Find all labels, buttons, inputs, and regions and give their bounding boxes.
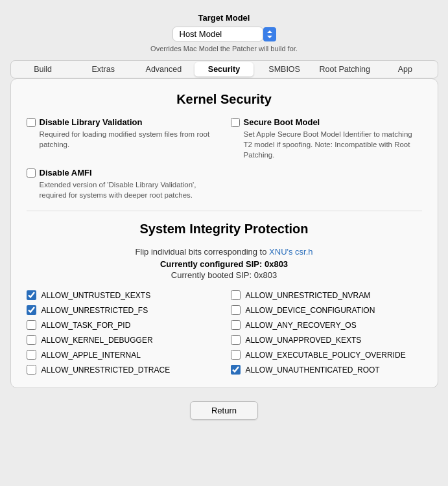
sip-flag-allow-unauthenticated-root: ALLOW_UNAUTHENTICATED_ROOT	[231, 365, 422, 375]
checkbox-allow-executable-policy-override[interactable]	[231, 350, 241, 360]
sip-flip-text: Flip individual bits corresponding to XN…	[135, 247, 312, 257]
tab-extras[interactable]: Extras	[74, 62, 133, 76]
label-allow-untrusted-kexts: ALLOW_UNTRUSTED_KEXTS	[41, 291, 151, 300]
label-allow-any-recovery-os: ALLOW_ANY_RECOVERY_OS	[246, 321, 357, 330]
checkbox-allow-unrestricted-fs[interactable]	[27, 305, 36, 315]
sip-flag-allow-unrestricted-fs: ALLOW_UNRESTRICTED_FS	[27, 305, 218, 315]
sip-flags-grid: ALLOW_UNTRUSTED_KEXTS ALLOW_UNRESTRICTED…	[27, 290, 422, 375]
target-model-section: Target Model Host Model Overrides Mac Mo…	[0, 13, 448, 52]
checkbox-allow-any-recovery-os[interactable]	[231, 320, 241, 330]
kernel-options-grid: Disable Library Validation Required for …	[27, 117, 422, 200]
label-secure-boot-model: Secure Boot Model	[244, 117, 320, 127]
label-disable-amfi: Disable AMFI	[40, 168, 92, 178]
target-model-title: Target Model	[198, 13, 250, 23]
option-disable-library-validation: Disable Library Validation Required for …	[27, 117, 218, 160]
tab-advanced[interactable]: Advanced	[134, 62, 193, 76]
return-button[interactable]: Return	[190, 401, 258, 420]
checkbox-allow-unauthenticated-root[interactable]	[231, 365, 241, 375]
main-panel: Kernel Security Disable Library Validati…	[10, 78, 438, 388]
checkbox-allow-apple-internal[interactable]	[27, 350, 36, 360]
label-allow-task-for-pid: ALLOW_TASK_FOR_PID	[41, 321, 131, 330]
tab-app[interactable]: App	[375, 62, 434, 76]
checkbox-allow-unrestricted-nvram[interactable]	[231, 290, 241, 300]
label-allow-unauthenticated-root: ALLOW_UNAUTHENTICATED_ROOT	[246, 365, 380, 375]
tabs-bar: Build Extras Advanced Security SMBIOS Ro…	[10, 60, 438, 78]
sip-flag-allow-any-recovery-os: ALLOW_ANY_RECOVERY_OS	[231, 320, 422, 330]
label-disable-library-validation: Disable Library Validation	[40, 117, 143, 127]
checkbox-disable-amfi[interactable]	[27, 168, 36, 178]
tab-security[interactable]: Security	[195, 62, 253, 76]
label-allow-unrestricted-fs: ALLOW_UNRESTRICTED_FS	[41, 306, 148, 315]
checkbox-disable-library-validation[interactable]	[27, 118, 36, 127]
sip-flag-allow-executable-policy-override: ALLOW_EXECUTABLE_POLICY_OVERRIDE	[231, 350, 422, 360]
desc-disable-library-validation: Required for loading modified system fil…	[40, 129, 218, 150]
kernel-security-heading: Kernel Security	[27, 92, 422, 107]
label-allow-apple-internal: ALLOW_APPLE_INTERNAL	[41, 351, 141, 360]
sip-flag-allow-unapproved-kexts: ALLOW_UNAPPROVED_KEXTS	[231, 335, 422, 345]
sip-flag-allow-untrusted-kexts: ALLOW_UNTRUSTED_KEXTS	[27, 290, 218, 300]
checkbox-allow-unapproved-kexts[interactable]	[231, 335, 241, 345]
sip-booted-label: Currently booted SIP: 0x803	[171, 270, 277, 280]
checkbox-allow-untrusted-kexts[interactable]	[27, 290, 36, 300]
sip-flag-allow-kernel-debugger: ALLOW_KERNEL_DEBUGGER	[27, 335, 218, 345]
desc-disable-amfi: Extended version of 'Disable Library Val…	[40, 179, 218, 200]
return-section: Return	[0, 401, 448, 420]
host-model-dropdown-container: Host Model	[172, 27, 276, 41]
sip-configured-label: Currently configured SIP: 0x803	[160, 259, 288, 269]
option-secure-boot-model: Secure Boot Model Set Apple Secure Boot …	[231, 117, 422, 160]
tab-root-patching[interactable]: Root Patching	[315, 62, 374, 76]
target-model-subtitle: Overrides Mac Model the Patcher will bui…	[150, 45, 298, 52]
desc-secure-boot-model: Set Apple Secure Boot Model Identifier t…	[244, 129, 422, 160]
section-divider	[27, 211, 422, 211]
sip-flag-allow-unrestricted-dtrace: ALLOW_UNRESTRICTED_DTRACE	[27, 365, 218, 375]
sip-flag-allow-task-for-pid: ALLOW_TASK_FOR_PID	[27, 320, 218, 330]
option-title-row-sbm: Secure Boot Model	[231, 117, 422, 127]
checkbox-secure-boot-model[interactable]	[231, 118, 240, 127]
sip-flag-allow-unrestricted-nvram: ALLOW_UNRESTRICTED_NVRAM	[231, 290, 422, 300]
checkbox-allow-kernel-debugger[interactable]	[27, 335, 36, 345]
sip-flip-label: Flip individual bits corresponding to	[135, 247, 269, 257]
tab-build[interactable]: Build	[14, 62, 73, 76]
checkbox-allow-task-for-pid[interactable]	[27, 320, 36, 330]
label-allow-kernel-debugger: ALLOW_KERNEL_DEBUGGER	[41, 336, 153, 345]
dropdown-arrow-icon	[263, 27, 276, 41]
sip-flag-allow-apple-internal: ALLOW_APPLE_INTERNAL	[27, 350, 218, 360]
sip-flag-allow-device-configuration: ALLOW_DEVICE_CONFIGURATION	[231, 305, 422, 315]
label-allow-unrestricted-dtrace: ALLOW_UNRESTRICTED_DTRACE	[41, 365, 171, 375]
option-disable-amfi: Disable AMFI Extended version of 'Disabl…	[27, 168, 218, 200]
option-title-row-amfi: Disable AMFI	[27, 168, 218, 178]
label-allow-unapproved-kexts: ALLOW_UNAPPROVED_KEXTS	[246, 336, 362, 345]
checkbox-allow-device-configuration[interactable]	[231, 305, 241, 315]
tab-smbios[interactable]: SMBIOS	[255, 62, 314, 76]
label-allow-unrestricted-nvram: ALLOW_UNRESTRICTED_NVRAM	[246, 291, 371, 300]
host-model-select[interactable]: Host Model	[172, 27, 263, 41]
label-allow-executable-policy-override: ALLOW_EXECUTABLE_POLICY_OVERRIDE	[246, 351, 406, 360]
sip-csr-link[interactable]: XNU's csr.h	[269, 247, 313, 257]
sip-heading: System Integrity Protection	[27, 222, 422, 237]
label-allow-device-configuration: ALLOW_DEVICE_CONFIGURATION	[246, 306, 375, 315]
sip-info-section: Flip individual bits corresponding to XN…	[27, 247, 422, 280]
option-title-row-dlv: Disable Library Validation	[27, 117, 218, 127]
checkbox-allow-unrestricted-dtrace[interactable]	[27, 365, 36, 375]
